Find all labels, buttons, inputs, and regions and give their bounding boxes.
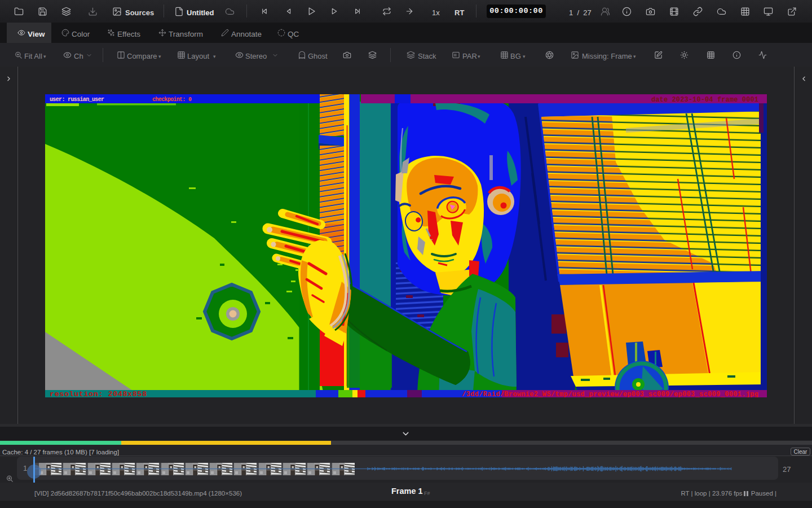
svg-text:checkpoint: 0: checkpoint: 0 <box>152 97 192 103</box>
svg-text:user: russian_user: user: russian_user <box>50 97 104 103</box>
svg-text:date 2023-10-04 frame 0001: date 2023-10-04 frame 0001 <box>651 96 758 104</box>
svg-text:/3dd/Raid/Brownie2_WS/tmp/usd_: /3dd/Raid/Brownie2_WS/tmp/usd_preview/ep… <box>462 391 758 398</box>
svg-text:resolution: 2048x858: resolution: 2048x858 <box>50 390 147 397</box>
